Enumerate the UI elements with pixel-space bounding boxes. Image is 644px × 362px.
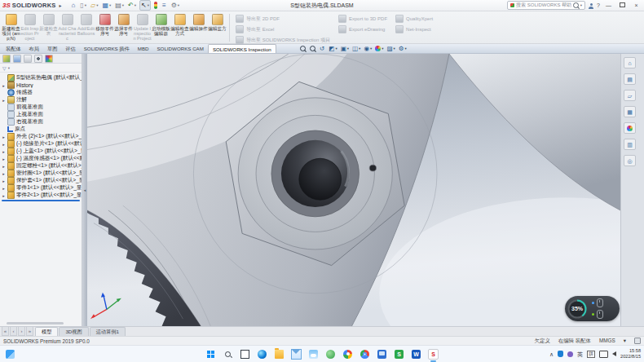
zoom-area-button[interactable]: [310, 46, 316, 51]
display-tray-icon[interactable]: [599, 351, 608, 358]
expand-arrow-icon[interactable]: ▸: [2, 98, 6, 103]
export-menu-item[interactable]: 导出至 Excel: [236, 25, 330, 33]
expand-arrow-icon[interactable]: ▸: [2, 83, 6, 88]
restore-button[interactable]: [617, 1, 628, 10]
view-orientation-button[interactable]: ▣ ▾: [341, 45, 349, 53]
select-balloons-button[interactable]: 选择零件序号: [114, 12, 133, 43]
wps-icon[interactable]: S: [394, 349, 404, 360]
model-canvas[interactable]: [87, 54, 620, 326]
options-button[interactable]: ⚙ ▾: [170, 1, 180, 10]
dropdown-caret-icon[interactable]: ▾: [178, 3, 179, 7]
defender-icon[interactable]: [558, 351, 563, 357]
volume-icon[interactable]: [612, 351, 616, 356]
edge-icon[interactable]: [257, 349, 267, 360]
tree-filter-bar[interactable]: ▽ ▾: [0, 64, 82, 73]
tree-item[interactable]: ▸ History: [2, 82, 82, 89]
dropdown-caret-icon[interactable]: ▾: [85, 3, 86, 7]
command-tab[interactable]: 装配体: [2, 44, 25, 53]
viewport-3d[interactable]: 35%: [87, 54, 620, 326]
tree-item[interactable]: ▸ (-) 温度传感器<1> (默认<<默认>_: [2, 155, 82, 162]
dropdown-caret-icon[interactable]: ▾: [394, 46, 395, 51]
featuremanager-tab[interactable]: [2, 55, 11, 63]
zoom-dial[interactable]: 35%: [567, 298, 588, 320]
dropdown-caret-icon[interactable]: ▾: [122, 3, 124, 7]
hud-row-bottom[interactable]: [592, 310, 603, 319]
menu-expand-arrow-icon[interactable]: ▸: [59, 2, 61, 8]
expand-arrow-icon[interactable]: ▸: [2, 142, 6, 147]
green-app-icon[interactable]: [325, 349, 336, 360]
tray-expand-icon[interactable]: ∧: [549, 351, 554, 357]
tree-item[interactable]: 原点: [2, 126, 82, 133]
solidworks-taskbar-icon[interactable]: S: [428, 349, 439, 360]
dimxpertmanager-tab[interactable]: [34, 55, 42, 63]
export-menu-item[interactable]: Export eDrawing: [338, 25, 387, 33]
mail-icon[interactable]: [291, 349, 302, 360]
weather-icon[interactable]: [308, 349, 319, 360]
task-view-button[interactable]: [240, 349, 250, 360]
file-explorer-icon[interactable]: [274, 349, 285, 360]
displaymanager-tab[interactable]: [45, 55, 53, 63]
document-tab[interactable]: 模型: [35, 327, 58, 336]
command-tab[interactable]: 草图: [43, 44, 61, 53]
select-tool-button[interactable]: ↖ ▾: [139, 0, 151, 11]
appearances-tab[interactable]: [624, 122, 636, 134]
section-view-button[interactable]: ◩ ▾: [329, 45, 337, 53]
new-inspection-report-button[interactable]: 新建检查表: [39, 12, 58, 43]
new-file-button[interactable]: ▯ ▾: [79, 1, 87, 10]
word-icon[interactable]: W: [411, 349, 421, 360]
tab-scroll-arrow-icon[interactable]: »: [26, 326, 33, 336]
edit-appearance-button[interactable]: ▾: [375, 46, 383, 51]
close-button[interactable]: ×: [631, 1, 642, 10]
tree-item[interactable]: 前视基准面: [2, 104, 82, 111]
save-button[interactable]: ▦ ▾: [101, 1, 112, 10]
display-style-button[interactable]: ◫ ▾: [352, 45, 360, 53]
hide-show-items-button[interactable]: ◉ ▾: [364, 45, 372, 53]
new-inspection-project-button[interactable]: 新建检查项目 (amp;N): [2, 12, 20, 43]
edit-inspection-methods-button[interactable]: 编辑检查方式: [170, 12, 189, 43]
filter-caret-icon[interactable]: ▾: [8, 66, 10, 70]
dropdown-caret-icon[interactable]: ▾: [135, 3, 136, 7]
zoom-fit-button[interactable]: [300, 46, 307, 51]
search-caret-icon[interactable]: ▾: [580, 3, 582, 7]
remote-monitor-icon[interactable]: [377, 349, 387, 360]
tree-item[interactable]: ▸ 保护套<1> (默认<<默认>_显示状: [2, 177, 82, 184]
dropdown-caret-icon[interactable]: ▾: [148, 3, 149, 7]
file-explorer-tab[interactable]: ▱: [624, 90, 636, 101]
expand-arrow-icon[interactable]: ▸: [2, 186, 6, 191]
dropdown-caret-icon[interactable]: ▾: [96, 3, 98, 7]
remove-balloons-button[interactable]: 移除零件序号: [95, 12, 114, 43]
dropdown-caret-icon[interactable]: ▾: [109, 3, 111, 7]
tree-item[interactable]: ▸ 外壳 (2)<1> (默认<<默认>_显示状: [2, 133, 82, 140]
open-file-button[interactable]: ▱ ▾: [90, 1, 99, 10]
tree-item[interactable]: S型铠装热电偶 (默认<默认_显示状态-1: [2, 74, 82, 82]
previous-view-button[interactable]: ↺: [320, 45, 325, 53]
command-tab[interactable]: SOLIDWORKS CAM: [152, 44, 207, 53]
dropdown-caret-icon[interactable]: ▾: [382, 46, 383, 51]
help-button[interactable]: ?: [597, 2, 600, 8]
forum-tab[interactable]: ◎: [624, 155, 636, 166]
expand-arrow-icon[interactable]: ▸: [2, 193, 6, 198]
expand-arrow-icon[interactable]: ▸: [2, 171, 6, 176]
expand-arrow-icon[interactable]: ▸: [2, 179, 6, 183]
zoom-hud-widget[interactable]: 35%: [565, 296, 620, 321]
update-inspection-project-button[interactable]: Update Inspection Project: [133, 12, 152, 43]
minimize-button[interactable]: —: [603, 1, 614, 10]
expand-arrow-icon[interactable]: ▸: [2, 157, 6, 161]
launch-template-editor-button[interactable]: 启动模板编辑器: [152, 12, 170, 43]
custom-properties-tab[interactable]: ▥: [624, 139, 636, 150]
dropdown-caret-icon[interactable]: ▾: [335, 46, 337, 51]
dropdown-caret-icon[interactable]: ▾: [405, 46, 407, 51]
tree-item[interactable]: 上视基准面: [2, 111, 82, 118]
search-icon[interactable]: [573, 2, 579, 8]
export-menu-item[interactable]: 导出至 2D PDF: [236, 15, 330, 23]
tab-scroll-arrow-icon[interactable]: ›: [18, 326, 25, 336]
browser-colorful-icon[interactable]: [342, 349, 353, 360]
tray-app-icon[interactable]: [567, 351, 573, 357]
tree-item[interactable]: ▸ 固定螺栓<1> (默认<<默认>_显示: [2, 162, 82, 170]
ime-mode-indicator[interactable]: 英: [577, 351, 583, 357]
tab-scroll-arrow-icon[interactable]: ‹: [10, 326, 17, 336]
tree-item[interactable]: ▸ (-) 上盖<1> (默认<<默认>_显示状: [2, 148, 82, 155]
search-button[interactable]: [223, 349, 233, 360]
tree-item[interactable]: 右视基准面: [2, 118, 82, 126]
taskbar-clock[interactable]: 15:58 2022/8/15: [620, 348, 641, 360]
